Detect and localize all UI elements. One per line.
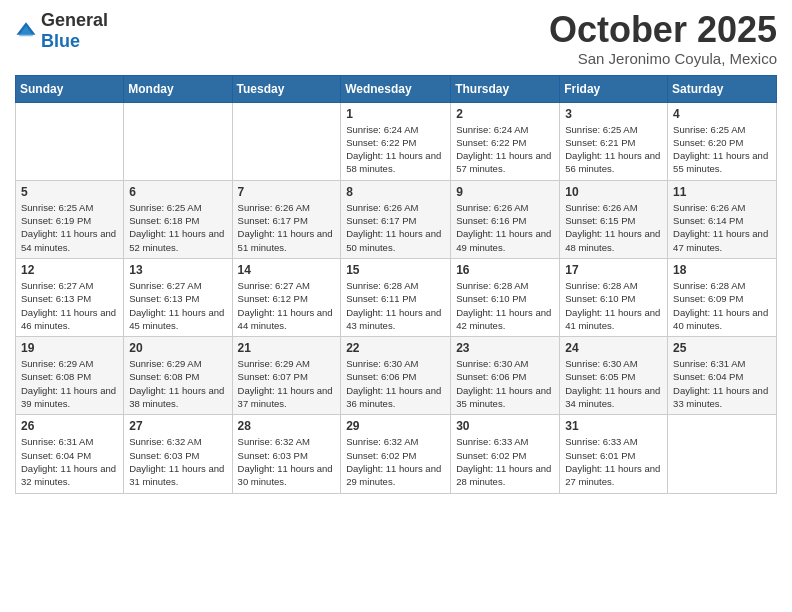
calendar-week-4: 19Sunrise: 6:29 AM Sunset: 6:08 PM Dayli… — [16, 337, 777, 415]
calendar-cell: 13Sunrise: 6:27 AM Sunset: 6:13 PM Dayli… — [124, 258, 232, 336]
day-info: Sunrise: 6:27 AM Sunset: 6:12 PM Dayligh… — [238, 279, 336, 332]
calendar-cell: 18Sunrise: 6:28 AM Sunset: 6:09 PM Dayli… — [668, 258, 777, 336]
day-info: Sunrise: 6:33 AM Sunset: 6:01 PM Dayligh… — [565, 435, 662, 488]
day-number: 24 — [565, 341, 662, 355]
calendar-cell: 25Sunrise: 6:31 AM Sunset: 6:04 PM Dayli… — [668, 337, 777, 415]
day-number: 8 — [346, 185, 445, 199]
day-info: Sunrise: 6:30 AM Sunset: 6:06 PM Dayligh… — [346, 357, 445, 410]
calendar-cell: 21Sunrise: 6:29 AM Sunset: 6:07 PM Dayli… — [232, 337, 341, 415]
day-number: 14 — [238, 263, 336, 277]
calendar-cell: 16Sunrise: 6:28 AM Sunset: 6:10 PM Dayli… — [451, 258, 560, 336]
day-number: 2 — [456, 107, 554, 121]
logo-general: General — [41, 10, 108, 30]
day-info: Sunrise: 6:26 AM Sunset: 6:16 PM Dayligh… — [456, 201, 554, 254]
calendar-cell: 10Sunrise: 6:26 AM Sunset: 6:15 PM Dayli… — [560, 180, 668, 258]
day-info: Sunrise: 6:25 AM Sunset: 6:18 PM Dayligh… — [129, 201, 226, 254]
day-number: 5 — [21, 185, 118, 199]
weekday-header-wednesday: Wednesday — [341, 75, 451, 102]
day-info: Sunrise: 6:32 AM Sunset: 6:03 PM Dayligh… — [129, 435, 226, 488]
calendar-cell — [16, 102, 124, 180]
calendar-cell: 11Sunrise: 6:26 AM Sunset: 6:14 PM Dayli… — [668, 180, 777, 258]
weekday-header-sunday: Sunday — [16, 75, 124, 102]
day-number: 6 — [129, 185, 226, 199]
month-title: October 2025 — [549, 10, 777, 50]
calendar-cell: 9Sunrise: 6:26 AM Sunset: 6:16 PM Daylig… — [451, 180, 560, 258]
location-title: San Jeronimo Coyula, Mexico — [549, 50, 777, 67]
calendar-cell: 3Sunrise: 6:25 AM Sunset: 6:21 PM Daylig… — [560, 102, 668, 180]
calendar-cell — [124, 102, 232, 180]
calendar-cell: 28Sunrise: 6:32 AM Sunset: 6:03 PM Dayli… — [232, 415, 341, 493]
calendar-week-5: 26Sunrise: 6:31 AM Sunset: 6:04 PM Dayli… — [16, 415, 777, 493]
weekday-header-saturday: Saturday — [668, 75, 777, 102]
logo: General Blue — [15, 10, 108, 52]
calendar-cell: 29Sunrise: 6:32 AM Sunset: 6:02 PM Dayli… — [341, 415, 451, 493]
day-number: 22 — [346, 341, 445, 355]
day-number: 13 — [129, 263, 226, 277]
calendar-cell: 14Sunrise: 6:27 AM Sunset: 6:12 PM Dayli… — [232, 258, 341, 336]
day-number: 30 — [456, 419, 554, 433]
calendar-cell: 26Sunrise: 6:31 AM Sunset: 6:04 PM Dayli… — [16, 415, 124, 493]
day-number: 12 — [21, 263, 118, 277]
day-info: Sunrise: 6:30 AM Sunset: 6:05 PM Dayligh… — [565, 357, 662, 410]
calendar-cell: 23Sunrise: 6:30 AM Sunset: 6:06 PM Dayli… — [451, 337, 560, 415]
day-info: Sunrise: 6:32 AM Sunset: 6:02 PM Dayligh… — [346, 435, 445, 488]
day-number: 4 — [673, 107, 771, 121]
weekday-header-friday: Friday — [560, 75, 668, 102]
day-number: 27 — [129, 419, 226, 433]
day-info: Sunrise: 6:29 AM Sunset: 6:08 PM Dayligh… — [129, 357, 226, 410]
day-info: Sunrise: 6:28 AM Sunset: 6:10 PM Dayligh… — [565, 279, 662, 332]
calendar-cell: 17Sunrise: 6:28 AM Sunset: 6:10 PM Dayli… — [560, 258, 668, 336]
day-info: Sunrise: 6:26 AM Sunset: 6:14 PM Dayligh… — [673, 201, 771, 254]
calendar-cell: 6Sunrise: 6:25 AM Sunset: 6:18 PM Daylig… — [124, 180, 232, 258]
day-info: Sunrise: 6:28 AM Sunset: 6:10 PM Dayligh… — [456, 279, 554, 332]
day-info: Sunrise: 6:26 AM Sunset: 6:17 PM Dayligh… — [238, 201, 336, 254]
day-number: 9 — [456, 185, 554, 199]
calendar-cell: 8Sunrise: 6:26 AM Sunset: 6:17 PM Daylig… — [341, 180, 451, 258]
day-number: 16 — [456, 263, 554, 277]
day-info: Sunrise: 6:25 AM Sunset: 6:19 PM Dayligh… — [21, 201, 118, 254]
calendar-cell: 31Sunrise: 6:33 AM Sunset: 6:01 PM Dayli… — [560, 415, 668, 493]
day-info: Sunrise: 6:24 AM Sunset: 6:22 PM Dayligh… — [456, 123, 554, 176]
calendar-cell: 27Sunrise: 6:32 AM Sunset: 6:03 PM Dayli… — [124, 415, 232, 493]
day-number: 21 — [238, 341, 336, 355]
day-number: 31 — [565, 419, 662, 433]
day-info: Sunrise: 6:31 AM Sunset: 6:04 PM Dayligh… — [21, 435, 118, 488]
day-info: Sunrise: 6:24 AM Sunset: 6:22 PM Dayligh… — [346, 123, 445, 176]
weekday-header-monday: Monday — [124, 75, 232, 102]
day-number: 1 — [346, 107, 445, 121]
day-number: 18 — [673, 263, 771, 277]
page-header: General Blue October 2025 San Jeronimo C… — [15, 10, 777, 67]
logo-icon — [15, 20, 37, 42]
weekday-header-thursday: Thursday — [451, 75, 560, 102]
calendar-cell — [668, 415, 777, 493]
calendar-week-1: 1Sunrise: 6:24 AM Sunset: 6:22 PM Daylig… — [16, 102, 777, 180]
day-number: 29 — [346, 419, 445, 433]
logo-blue: Blue — [41, 31, 80, 51]
day-info: Sunrise: 6:29 AM Sunset: 6:08 PM Dayligh… — [21, 357, 118, 410]
day-number: 19 — [21, 341, 118, 355]
day-number: 15 — [346, 263, 445, 277]
calendar-cell: 7Sunrise: 6:26 AM Sunset: 6:17 PM Daylig… — [232, 180, 341, 258]
day-info: Sunrise: 6:26 AM Sunset: 6:15 PM Dayligh… — [565, 201, 662, 254]
calendar-cell: 20Sunrise: 6:29 AM Sunset: 6:08 PM Dayli… — [124, 337, 232, 415]
calendar-cell: 24Sunrise: 6:30 AM Sunset: 6:05 PM Dayli… — [560, 337, 668, 415]
calendar-cell: 2Sunrise: 6:24 AM Sunset: 6:22 PM Daylig… — [451, 102, 560, 180]
calendar-cell: 15Sunrise: 6:28 AM Sunset: 6:11 PM Dayli… — [341, 258, 451, 336]
day-info: Sunrise: 6:28 AM Sunset: 6:11 PM Dayligh… — [346, 279, 445, 332]
day-number: 11 — [673, 185, 771, 199]
calendar-cell — [232, 102, 341, 180]
day-info: Sunrise: 6:28 AM Sunset: 6:09 PM Dayligh… — [673, 279, 771, 332]
day-number: 3 — [565, 107, 662, 121]
calendar-cell: 5Sunrise: 6:25 AM Sunset: 6:19 PM Daylig… — [16, 180, 124, 258]
day-info: Sunrise: 6:27 AM Sunset: 6:13 PM Dayligh… — [129, 279, 226, 332]
day-number: 17 — [565, 263, 662, 277]
calendar-cell: 30Sunrise: 6:33 AM Sunset: 6:02 PM Dayli… — [451, 415, 560, 493]
calendar-week-2: 5Sunrise: 6:25 AM Sunset: 6:19 PM Daylig… — [16, 180, 777, 258]
day-info: Sunrise: 6:29 AM Sunset: 6:07 PM Dayligh… — [238, 357, 336, 410]
title-block: October 2025 San Jeronimo Coyula, Mexico — [549, 10, 777, 67]
weekday-header-row: SundayMondayTuesdayWednesdayThursdayFrid… — [16, 75, 777, 102]
calendar-table: SundayMondayTuesdayWednesdayThursdayFrid… — [15, 75, 777, 494]
day-info: Sunrise: 6:25 AM Sunset: 6:21 PM Dayligh… — [565, 123, 662, 176]
day-number: 25 — [673, 341, 771, 355]
day-number: 7 — [238, 185, 336, 199]
